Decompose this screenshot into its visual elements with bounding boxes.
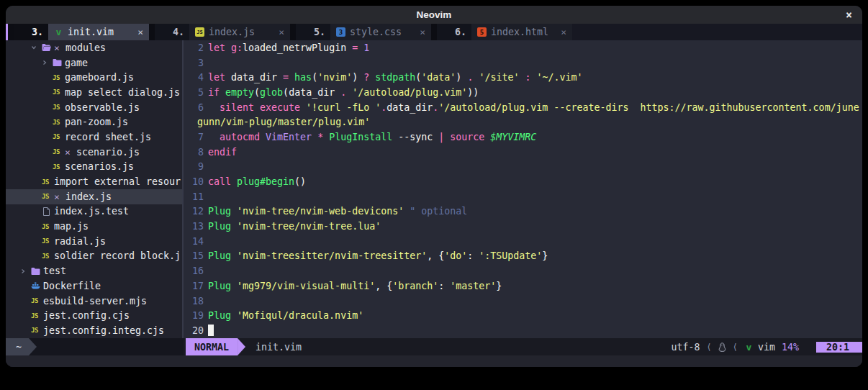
tab-init.vim[interactable]: 3.vinit.vim× — [14, 24, 149, 40]
editor-line-8[interactable]: 8endif — [184, 145, 862, 160]
tree-item-jest.config.integ.cjs[interactable]: JSjest.config.integ.cjs — [6, 323, 182, 338]
editor-line-9[interactable]: 9 — [184, 160, 862, 175]
tree-item-label: gameboard.js — [65, 72, 134, 83]
line-number: 7 — [184, 132, 204, 142]
file-icon — [42, 207, 54, 216]
js-icon: JS — [53, 119, 65, 126]
tree-item-import_external_resour[interactable]: JSimport_external_resour — [6, 174, 182, 189]
tree-item-radial.js[interactable]: JSradial.js — [6, 234, 182, 249]
editor-line-13[interactable]: 13Plug 'nvim-tree/nvim-tree.lua' — [184, 219, 862, 234]
editor-line-18[interactable]: 18 — [184, 294, 862, 309]
tree-item-scenario.js[interactable]: JS×scenario.js — [6, 145, 182, 160]
editor-wrapped-line[interactable]: gunn/vim-plug/master/plug.vim' — [184, 114, 862, 130]
tree-item-jest.config.cjs[interactable]: JSjest.config.cjs — [6, 308, 182, 323]
editor-line-12[interactable]: 12Plug 'nvim-tree/nvim-web-devicons' " o… — [184, 204, 862, 219]
editor-line-15[interactable]: 15Plug 'nvim-treesitter/nvim-treesitter'… — [184, 249, 862, 264]
folder-icon — [31, 267, 43, 276]
scroll-progress: 14% — [782, 342, 799, 353]
css-file-icon: 3 — [336, 27, 345, 37]
tab-close-icon[interactable]: × — [137, 27, 143, 37]
editor-line-19[interactable]: 19Plug 'Mofiqul/dracula.nvim' — [184, 308, 862, 323]
vim-filetype-icon: v — [744, 343, 754, 352]
tree-item-game[interactable]: game — [6, 55, 182, 71]
editor-line-6[interactable]: 6 silent execute '!curl -fLo '.data_dir.… — [184, 100, 862, 115]
tree-item-record_sheet.js[interactable]: JSrecord_sheet.js — [6, 130, 182, 145]
tab-body[interactable]: 5index.html× — [471, 24, 572, 40]
tree-item-index.js[interactable]: JS×index.js — [6, 189, 182, 204]
tab-index.html[interactable]: 6.5index.html× — [437, 24, 572, 40]
line-number: 20 — [184, 325, 204, 336]
command-line[interactable] — [6, 355, 862, 367]
editor-line-5[interactable]: 5if empty(glob(data_dir . '/autoload/plu… — [184, 85, 862, 100]
tab-label: index.js — [209, 27, 255, 37]
tree-status-chip: ~ — [6, 338, 29, 355]
tab-body[interactable]: vinit.vim× — [48, 24, 149, 40]
editor-line-4[interactable]: 4let data_dir = has('nvim') ? stdpath('d… — [184, 70, 862, 85]
tree-item-Dockerfile[interactable]: Dockerfile — [6, 278, 182, 294]
line-number: 9 — [184, 161, 204, 172]
tree-item-index.js.test[interactable]: index.js.test — [6, 204, 182, 219]
editor-line-3[interactable]: 3 — [184, 55, 862, 71]
editor-line-14[interactable]: 14 — [184, 234, 862, 249]
tree-item-soldier_record_block.j[interactable]: JSsoldier_record_block.j — [6, 249, 182, 264]
code-text: if empty(glob(data_dir . '/autoload/plug… — [208, 87, 479, 98]
tab-close-icon[interactable]: × — [561, 27, 566, 37]
tree-item-modules[interactable]: ×modules — [6, 40, 182, 55]
code-text: Plug 'nvim-tree/nvim-tree.lua' — [208, 221, 381, 232]
tree-item-map_select_dialog.js[interactable]: JSmap_select_dialog.js — [6, 85, 182, 100]
line-number: 15 — [184, 250, 204, 261]
editor-line-16[interactable]: 16 — [184, 263, 862, 278]
tree-item-test[interactable]: test — [6, 263, 182, 278]
tabbar-fill — [572, 24, 862, 40]
tree-item-label: import_external_resour — [54, 176, 181, 187]
editor-line-2[interactable]: 2let g:loaded_netrwPlugin = 1 — [184, 40, 862, 55]
tree-item-observable.js[interactable]: JSobservable.js — [6, 100, 182, 115]
js-file-icon: JS — [195, 27, 204, 37]
tree-item-scenarios.js[interactable]: JSscenarios.js — [6, 160, 182, 175]
tab-body[interactable]: JSindex.js× — [189, 24, 290, 40]
folder-open-icon — [42, 43, 54, 52]
tree-item-label: scenarios.js — [65, 161, 134, 172]
js-icon: JS — [53, 133, 65, 140]
editor-line-17[interactable]: 17Plug 'mg979/vim-visual-multi', {'branc… — [184, 278, 862, 294]
tree-item-label: scenario.js — [76, 147, 140, 158]
js-icon: JS — [53, 104, 65, 111]
filetype-label: vim — [758, 342, 775, 353]
chevron-right-icon[interactable] — [42, 60, 53, 65]
window-close-icon[interactable]: × — [846, 6, 852, 24]
tree-item-map.js[interactable]: JSmap.js — [6, 219, 182, 234]
tree-item-pan-zoom.js[interactable]: JSpan-zoom.js — [6, 114, 182, 130]
tab-bar: 3.vinit.vim×4.JSindex.js×5.3style.css×6.… — [6, 24, 862, 40]
filetype-group: v vim — [744, 342, 775, 353]
tab-style.css[interactable]: 5.3style.css× — [296, 24, 431, 40]
editor-line-7[interactable]: 7 autocmd VimEnter * PlugInstall --sync … — [184, 130, 862, 145]
tabs-container: 3.vinit.vim×4.JSindex.js×5.3style.css×6.… — [8, 24, 862, 40]
line-number: 8 — [184, 147, 204, 158]
code-text: call plug#begin() — [208, 176, 306, 187]
code-text — [208, 325, 214, 336]
neovim-window: Neovim × 3.vinit.vim×4.JSindex.js×5.3sty… — [6, 6, 862, 367]
tab-number: 5. — [296, 24, 330, 40]
chevron-down-icon[interactable] — [31, 45, 42, 50]
tree-item-label: modules — [65, 42, 106, 53]
line-number: 5 — [184, 87, 204, 98]
tree-item-esbuild-server.mjs[interactable]: JSesbuild-server.mjs — [6, 294, 182, 309]
editor-panel[interactable]: 2let g:loaded_netrwPlugin = 134let data_… — [184, 40, 862, 338]
tree-statusline: ~ — [6, 338, 184, 355]
tree-item-gameboard.js[interactable]: JSgameboard.js — [6, 70, 182, 85]
editor-line-10[interactable]: 10call plug#begin() — [184, 174, 862, 189]
js-icon: JS — [42, 237, 54, 245]
mode-indicator: NORMAL — [186, 338, 238, 355]
tab-close-icon[interactable]: × — [279, 27, 284, 37]
line-number: 18 — [184, 296, 204, 307]
tab-index.js[interactable]: 4.JSindex.js× — [155, 24, 290, 40]
statusbar-right: utf-8 ⟨ ⟨ v vim 14% 20:1 — [671, 338, 862, 355]
js-icon: JS — [42, 253, 54, 260]
editor-line-11[interactable]: 11 — [184, 189, 862, 204]
chevron-right-icon[interactable] — [20, 268, 31, 274]
code-text: Plug 'nvim-treesitter/nvim-treesitter', … — [208, 250, 548, 261]
encoding-label: utf-8 — [671, 342, 700, 353]
tab-body[interactable]: 3style.css× — [330, 24, 431, 40]
tab-close-icon[interactable]: × — [420, 27, 425, 37]
editor-line-20[interactable]: 20 — [184, 323, 862, 338]
